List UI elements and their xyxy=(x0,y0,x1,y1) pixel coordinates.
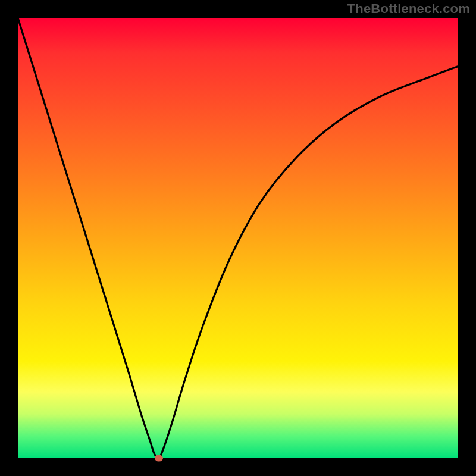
bottleneck-curve xyxy=(18,18,458,458)
optimum-marker xyxy=(155,455,163,462)
plot-area xyxy=(18,18,458,458)
curve-svg xyxy=(18,18,458,458)
chart-frame: TheBottleneck.com xyxy=(0,0,476,476)
watermark-text: TheBottleneck.com xyxy=(347,1,470,17)
